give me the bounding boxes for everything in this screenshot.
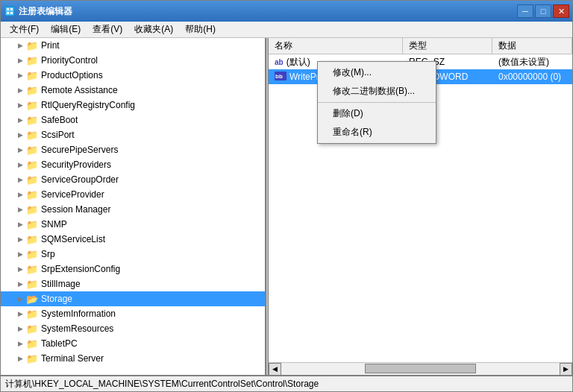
context-menu-item-modify-binary[interactable]: 修改二进制数据(B)... xyxy=(318,82,436,101)
tree-item-srp[interactable]: ▶ 📁 Srp xyxy=(1,247,265,262)
menu-edit[interactable]: 编辑(E) xyxy=(45,22,87,37)
tree-item-tabletpc[interactable]: ▶ 📁 TabletPC xyxy=(1,336,265,351)
tree-item-safeboot[interactable]: ▶ 📁 SafeBoot xyxy=(1,113,265,127)
folder-icon-securepipeservers: 📁 xyxy=(26,145,38,155)
tree-label-sessionmanager: Session Manager xyxy=(41,204,110,215)
folder-icon-snmp: 📁 xyxy=(26,219,38,230)
column-header-type[interactable]: 类型 xyxy=(403,38,492,54)
tree-item-srpextensionconfig[interactable]: ▶ 📁 SrpExtensionConfig xyxy=(1,262,265,276)
menu-help[interactable]: 帮助(H) xyxy=(179,22,222,37)
tree-item-sqmservicelist[interactable]: ▶ 📁 SQMServiceList xyxy=(1,232,265,247)
tree-label-terminalserver: Terminal Server xyxy=(41,353,104,364)
column-header-name[interactable]: 名称 xyxy=(269,38,403,54)
scroll-track[interactable] xyxy=(281,363,560,375)
horizontal-scrollbar[interactable]: ◀ ▶ xyxy=(269,362,572,375)
tree-label-systemresources: SystemResources xyxy=(41,323,113,334)
tree-label-srp: Srp xyxy=(41,249,55,259)
folder-icon-srpextensionconfig: 📁 xyxy=(26,264,38,274)
cell-data-writeprotect: 0x00000000 (0) xyxy=(492,72,572,82)
expand-arrow-securityproviders: ▶ xyxy=(16,160,25,169)
tree-item-prioritycontrol[interactable]: ▶ 📁 PriorityControl xyxy=(1,53,265,68)
expand-arrow-srpextensionconfig: ▶ xyxy=(16,265,25,274)
folder-icon-rtlquery: 📁 xyxy=(26,100,38,110)
context-separator xyxy=(318,102,436,103)
tree-label-scsiport: ScsiPort xyxy=(41,130,75,140)
table-header: 名称 类型 数据 xyxy=(269,38,572,54)
tree-label-remoteassistance: Remote Assistance xyxy=(41,85,118,95)
expand-arrow-print: ▶ xyxy=(16,41,25,50)
tree-item-servicegrouporder[interactable]: ▶ 📁 ServiceGroupOrder xyxy=(1,172,265,187)
status-text: 计算机\HKEY_LOCAL_MACHINE\SYSTEM\CurrentCon… xyxy=(5,378,319,391)
tree-pane[interactable]: ▶ 📁 Print ▶ 📁 PriorityControl ▶ 📁 Produc… xyxy=(1,38,266,375)
tree-item-print[interactable]: ▶ 📁 Print xyxy=(1,38,265,53)
maximize-button[interactable]: □ xyxy=(535,4,551,18)
tree-label-systeminformation: SystemInformation xyxy=(41,309,116,319)
tree-item-storage[interactable]: ▶ 📂 Storage xyxy=(1,291,265,306)
folder-icon-print: 📁 xyxy=(26,40,38,51)
tree-item-remoteassistance[interactable]: ▶ 📁 Remote Assistance xyxy=(1,83,265,98)
reg-name-default: (默认) xyxy=(286,56,310,69)
context-menu-item-rename[interactable]: 重命名(R) xyxy=(318,123,436,142)
folder-icon-servicegrouporder: 📁 xyxy=(26,174,38,185)
scroll-left-button[interactable]: ◀ xyxy=(269,363,281,376)
scroll-right-button[interactable]: ▶ xyxy=(560,363,572,376)
expand-arrow-tabletpc: ▶ xyxy=(16,339,25,348)
tree-label-snmp: SNMP xyxy=(41,219,67,230)
context-menu-item-modify[interactable]: 修改(M)... xyxy=(318,63,436,82)
expand-arrow-terminalserver: ▶ xyxy=(16,354,25,363)
tree-item-stillimage[interactable]: ▶ 📁 StillImage xyxy=(1,276,265,291)
tree-item-systeminformation[interactable]: ▶ 📁 SystemInformation xyxy=(1,306,265,321)
expand-arrow-systemresources: ▶ xyxy=(16,324,25,333)
column-header-data[interactable]: 数据 xyxy=(492,38,572,54)
context-menu: 修改(M)... 修改二进制数据(B)... 删除(D) 重命名(R) xyxy=(317,61,436,144)
tree-label-storage: Storage xyxy=(41,294,72,304)
tree-item-systemresources[interactable]: ▶ 📁 SystemResources xyxy=(1,321,265,336)
tree-item-securepipeservers[interactable]: ▶ 📁 SecurePipeServers xyxy=(1,142,265,157)
minimize-button[interactable]: ─ xyxy=(517,4,533,18)
tree-item-rtlquery[interactable]: ▶ 📁 RtlQueryRegistryConfig xyxy=(1,98,265,113)
menu-view[interactable]: 查看(V) xyxy=(87,22,128,37)
tree-item-serviceprovider[interactable]: ▶ 📁 ServiceProvider xyxy=(1,187,265,202)
tree-label-serviceprovider: ServiceProvider xyxy=(41,189,104,200)
expand-arrow-rtlquery: ▶ xyxy=(16,101,25,110)
close-button[interactable]: ✕ xyxy=(553,4,569,18)
tree-label-productoptions: ProductOptions xyxy=(41,70,103,80)
svg-rect-3 xyxy=(7,12,9,14)
folder-icon-serviceprovider: 📁 xyxy=(26,189,38,200)
tree-label-print: Print xyxy=(41,40,60,51)
folder-icon-safeboot: 📁 xyxy=(26,115,38,125)
expand-arrow-srp: ▶ xyxy=(16,250,25,259)
tree-label-securepipeservers: SecurePipeServers xyxy=(41,145,118,155)
reg-type-icon-writeprotect: bb xyxy=(275,72,286,82)
tree-item-productoptions[interactable]: ▶ 📁 ProductOptions xyxy=(1,68,265,83)
svg-rect-2 xyxy=(10,8,13,10)
folder-icon-stillimage: 📁 xyxy=(26,279,38,289)
folder-icon-srp: 📁 xyxy=(26,249,38,259)
context-menu-item-delete[interactable]: 删除(D) xyxy=(318,104,436,123)
tree-label-tabletpc: TabletPC xyxy=(41,338,78,349)
expand-arrow-servicegrouporder: ▶ xyxy=(16,175,25,184)
tree-label-sqmservicelist: SQMServiceList xyxy=(41,234,105,244)
folder-icon-storage: 📂 xyxy=(26,294,38,304)
folder-icon-prioritycontrol: 📁 xyxy=(26,55,38,66)
tree-item-securityproviders[interactable]: ▶ 📁 SecurityProviders xyxy=(1,157,265,172)
expand-arrow-serviceprovider: ▶ xyxy=(16,190,25,199)
folder-icon-systemresources: 📁 xyxy=(26,323,38,334)
scroll-thumb[interactable] xyxy=(365,364,476,373)
tree-label-rtlquery: RtlQueryRegistryConfig xyxy=(41,100,135,110)
tree-item-snmp[interactable]: ▶ 📁 SNMP xyxy=(1,217,265,232)
expand-arrow-sqmservicelist: ▶ xyxy=(16,235,25,244)
folder-icon-productoptions: 📁 xyxy=(26,70,38,80)
menu-file[interactable]: 文件(F) xyxy=(4,22,45,37)
folder-icon-sessionmanager: 📁 xyxy=(26,204,38,215)
tree-item-sessionmanager[interactable]: ▶ 📁 Session Manager xyxy=(1,202,265,217)
folder-icon-terminalserver: 📁 xyxy=(26,353,38,364)
window-controls: ─ □ ✕ xyxy=(517,4,569,18)
window-title: 注册表编辑器 xyxy=(19,5,517,18)
menu-favorites[interactable]: 收藏夹(A) xyxy=(128,22,179,37)
svg-rect-4 xyxy=(10,12,13,14)
folder-icon-sqmservicelist: 📁 xyxy=(26,234,38,244)
tree-item-terminalserver[interactable]: ▶ 📁 Terminal Server xyxy=(1,351,265,366)
svg-text:bb: bb xyxy=(275,73,283,80)
tree-item-scsiport[interactable]: ▶ 📁 ScsiPort xyxy=(1,127,265,142)
